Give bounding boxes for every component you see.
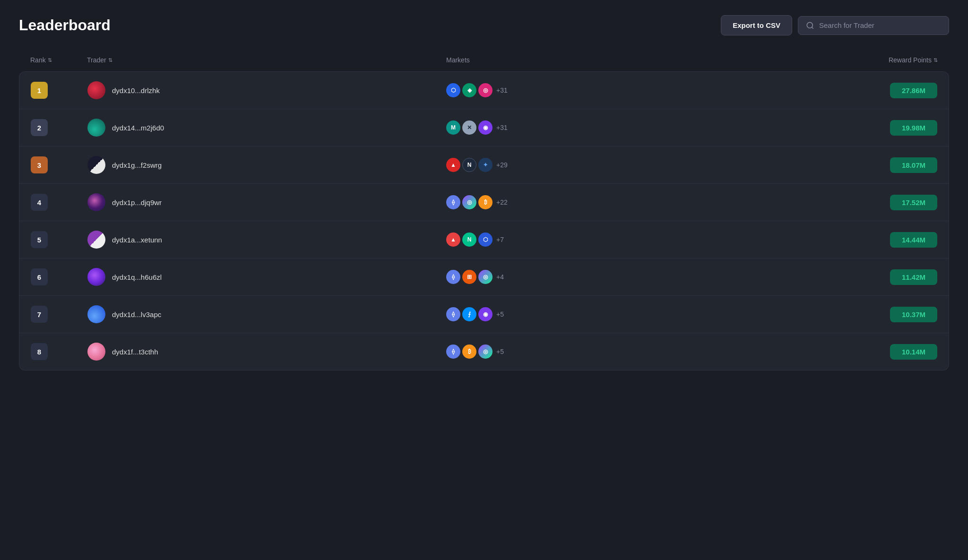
markets-cell: ⟠◎₿ +22 [446,195,805,209]
market-icon-purple: ◉ [478,307,493,321]
reward-badge: 10.37M [890,307,937,322]
reward-badge: 19.98M [890,120,937,136]
markets-plus: +5 [496,310,504,318]
trader-avatar [87,119,105,137]
markets-cell: ⟠₿◎ +5 [446,345,805,359]
trader-address: dydx1q...h6u6zl [112,273,162,281]
trader-cell: dydx1a...xetunn [87,231,446,249]
markets-cell: M✕◉ +31 [446,121,805,135]
trader-sort-icon[interactable]: ⇅ [108,57,112,63]
market-icon-sol: ◎ [478,270,493,284]
page-header: Leaderboard Export to CSV [19,15,949,35]
rank-cell: 6 [31,268,87,285]
table-row[interactable]: 1 dydx10...drlzhk ⬡◈◎ +31 27.86M [19,72,949,109]
table-row[interactable]: 2 dydx14...m2j6d0 M✕◉ +31 19.98M [19,109,949,146]
rank-column-header: Rank ⇅ [30,56,87,64]
table-row[interactable]: 4 dydx1p...djq9wr ⟠◎₿ +22 17.52M [19,184,949,221]
market-icon-near: N [462,233,476,247]
rank-cell: 1 [31,82,87,99]
market-icon-pink: ◎ [478,83,493,97]
trader-avatar [87,268,105,286]
search-input[interactable] [819,21,941,29]
markets-cell: ⟠⊞◎ +4 [446,270,805,284]
table-row[interactable]: 8 dydx1f...t3cthh ⟠₿◎ +5 10.14M [19,333,949,370]
market-icon-eth: ⟠ [446,270,460,284]
market-icon-eth: ⟠ [446,307,460,321]
market-icon-red: ▲ [446,158,460,172]
rank-badge: 6 [31,268,48,285]
markets-plus: +29 [496,161,508,169]
trader-column-header: Trader ⇅ [87,56,446,64]
markets-plus: +7 [496,236,504,243]
reward-column-header: Reward Points ⇅ [805,56,938,64]
market-icon-sol: ◎ [462,195,476,209]
svg-line-1 [812,27,813,28]
reward-badge: 17.52M [890,195,937,210]
markets-column-header: Markets [446,56,805,64]
rank-badge: 8 [31,343,48,360]
table-row[interactable]: 7 dydx1d...lv3apc ⟠⨍◉ +5 10.37M [19,296,949,333]
reward-cell: 10.14M [805,344,937,360]
market-icon-green: ◈ [462,83,476,97]
rank-badge: 7 [31,306,48,323]
rank-badge: 5 [31,231,48,248]
rank-badge: 2 [31,119,48,136]
rank-cell: 7 [31,306,87,323]
table-row[interactable]: 3 dydx1g...f2swrg ▲N✦ +29 18.07M [19,146,949,184]
reward-cell: 19.98M [805,120,937,136]
trader-avatar [87,193,105,211]
table-body: 1 dydx10...drlzhk ⬡◈◎ +31 27.86M 2 dydx1… [19,71,949,370]
rank-cell: 8 [31,343,87,360]
markets-cell: ▲N✦ +29 [446,158,805,172]
rank-cell: 4 [31,194,87,211]
markets-plus: +5 [496,348,504,355]
reward-cell: 17.52M [805,195,937,210]
rank-sort-icon[interactable]: ⇅ [48,57,52,63]
trader-avatar [87,81,105,99]
market-icon-silver: ✕ [462,121,476,135]
trader-address: dydx10...drlzhk [112,86,160,95]
markets-plus: +4 [496,273,504,281]
markets-plus: +22 [496,198,508,206]
trader-cell: dydx1p...djq9wr [87,193,446,211]
market-icon-avax: ▲ [446,233,460,247]
reward-badge: 11.42M [890,269,937,285]
page-title: Leaderboard [19,17,111,34]
reward-cell: 18.07M [805,157,937,173]
trader-avatar [87,156,105,174]
export-csv-button[interactable]: Export to CSV [721,15,792,35]
table-row[interactable]: 6 dydx1q...h6u6zl ⟠⊞◎ +4 11.42M [19,258,949,296]
table-row[interactable]: 5 dydx1a...xetunn ▲N⬡ +7 14.44M [19,221,949,258]
table-header: Rank ⇅ Trader ⇅ Markets Reward Points ⇅ [19,52,949,71]
rank-badge: 4 [31,194,48,211]
trader-avatar [87,343,105,361]
trader-cell: dydx1g...f2swrg [87,156,446,174]
trader-cell: dydx1q...h6u6zl [87,268,446,286]
rank-cell: 5 [31,231,87,248]
markets-cell: ⬡◈◎ +31 [446,83,805,97]
market-icon-purple: ◉ [478,121,493,135]
trader-avatar [87,305,105,323]
reward-cell: 27.86M [805,83,937,98]
market-icon-btc: ₿ [462,345,476,359]
market-icon-btc: ₿ [478,195,493,209]
leaderboard-table: Rank ⇅ Trader ⇅ Markets Reward Points ⇅ … [19,52,949,370]
reward-sort-icon[interactable]: ⇅ [933,57,938,63]
reward-badge: 18.07M [890,157,937,173]
trader-cell: dydx14...m2j6d0 [87,119,446,137]
market-icon-teal: M [446,121,460,135]
trader-address: dydx1p...djq9wr [112,198,162,207]
market-icon-ada: ✦ [478,158,493,172]
markets-cell: ⟠⨍◉ +5 [446,307,805,321]
reward-badge: 14.44M [890,232,937,248]
reward-badge: 10.14M [890,344,937,360]
trader-address: dydx1a...xetunn [112,236,162,244]
market-icon-eth: ⟠ [446,345,460,359]
market-icon-eth: ⟠ [446,195,460,209]
rank-cell: 3 [31,156,87,173]
reward-badge: 27.86M [890,83,937,98]
trader-cell: dydx1f...t3cthh [87,343,446,361]
rank-badge: 1 [31,82,48,99]
trader-address: dydx1g...f2swrg [112,161,162,169]
trader-address: dydx1f...t3cthh [112,348,158,356]
